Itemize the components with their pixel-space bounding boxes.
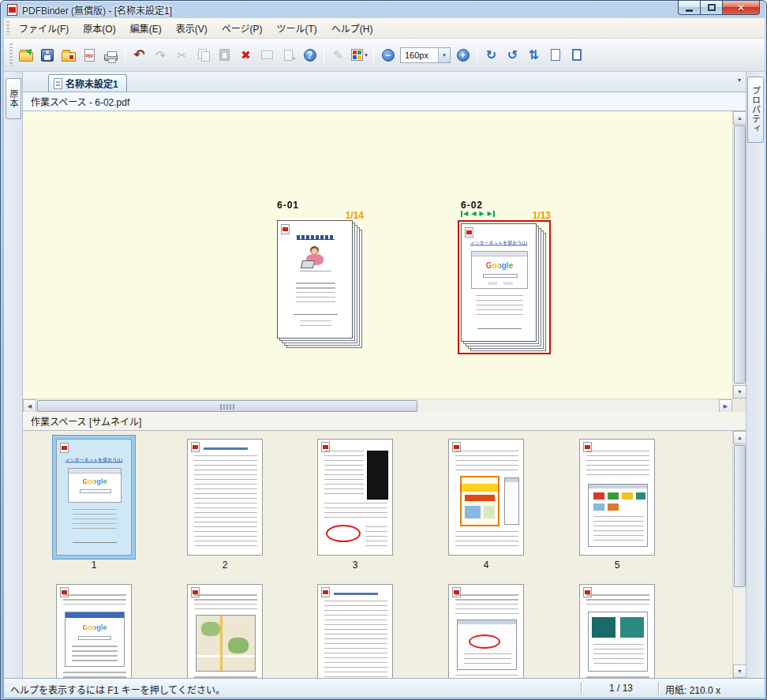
paste-button[interactable] [214,44,235,66]
thumbnails-vscrollbar[interactable] [732,431,746,678]
help-button[interactable] [299,44,320,66]
vscrollbar-thumb[interactable] [734,125,746,384]
chevron-down-icon [443,52,446,58]
menu-help[interactable]: ヘルプ(H) [324,18,380,38]
maximize-button[interactable] [701,1,723,15]
sketch [194,594,257,612]
redo-button[interactable] [150,44,171,66]
hscrollbar-thumb[interactable] [37,400,417,412]
minimize-button[interactable] [678,1,701,15]
scroll-right-button[interactable] [719,399,732,413]
scroll-down-button[interactable] [733,664,746,678]
sketch [296,283,335,306]
thumbnail-page-7[interactable] [187,584,263,678]
sketch [465,495,495,501]
last-page-button[interactable] [487,211,494,217]
color-grid-button[interactable] [349,44,370,66]
document-tab[interactable]: 名称未設定1 [48,74,127,92]
thumbnail-page-3[interactable] [317,439,393,556]
scroll-left-button[interactable] [23,399,36,413]
scroll-down-button[interactable] [733,385,746,399]
sketch [464,653,511,666]
save-button[interactable] [36,44,58,66]
thumbnail-page-10[interactable] [579,584,655,678]
stack-cover-page[interactable] [277,220,353,339]
split-view-button[interactable] [256,44,278,66]
open-button[interactable] [15,44,36,66]
pdf-stack-6-02[interactable]: 6-02 1/13 [461,200,552,365]
arrow-down-icon [737,389,743,395]
cut-button[interactable] [171,44,193,66]
sketch [69,469,121,474]
menu-view[interactable]: 表示(V) [169,18,215,38]
google-screenshot: Google [471,251,528,289]
maximize-icon [708,4,716,11]
menu-edit[interactable]: 編集(E) [123,18,169,38]
copy-icon [198,49,209,61]
print-button[interactable] [100,44,122,66]
scroll-up-button[interactable] [733,111,746,125]
thumbnail-page-4[interactable] [448,439,524,556]
rotate-right-button[interactable] [481,44,502,66]
thumbnail-page-2[interactable] [187,439,263,556]
thumbnails-header-text: 作業スペース [サムネイル] [31,414,141,428]
first-page-button[interactable] [461,211,468,217]
next-page-button[interactable] [479,211,484,217]
sidebar-tab-original[interactable]: 原本 [6,78,21,119]
vscrollbar-thumb[interactable] [734,445,746,587]
workspace-hscrollbar[interactable] [23,399,732,412]
pencil-icon [333,49,343,61]
menubar-grip[interactable] [6,21,9,36]
fit-page-button[interactable] [544,44,566,66]
arrow-up-icon [737,435,743,440]
toolbar-grip[interactable] [9,43,13,66]
menu-tools[interactable]: ツール(T) [269,18,324,38]
screenshot-sketch [588,484,648,547]
thumbnail-page-1[interactable]: インターネットを使おう(1) Google [56,439,132,556]
delete-button[interactable] [235,44,256,66]
thumbnails-area[interactable]: インターネットを使おう(1) Google 1 [23,431,746,678]
workspace-vscrollbar[interactable] [732,111,746,399]
delete-x-icon [241,49,251,61]
pencil-button[interactable] [327,44,349,66]
extract-page-button[interactable] [278,44,299,66]
zoom-level-combobox[interactable]: 160px [400,47,451,63]
zoom-in-button[interactable] [452,44,473,66]
fit-width-button[interactable] [566,44,587,66]
menu-original[interactable]: 原本(O) [76,18,122,38]
minimize-icon [686,9,693,12]
thumbnail-page-9[interactable] [448,584,524,678]
sketch [455,531,518,548]
zoom-out-button[interactable] [377,44,398,66]
workspace-canvas[interactable]: 6-01 1/14 [23,111,732,399]
stack-nav [461,211,495,217]
thumbnail-page-8[interactable] [317,584,393,678]
prev-page-button[interactable] [471,211,476,217]
close-button[interactable]: ✕ [723,1,760,15]
rotate-180-button[interactable] [523,44,544,66]
folder-add-icon [62,52,76,62]
undo-button[interactable] [129,44,150,66]
pdf-stack-6-01[interactable]: 6-01 1/14 [277,200,365,357]
sketch [78,636,111,640]
copy-button[interactable] [193,44,214,66]
stack-page-indicator: 1/13 [533,210,551,221]
stack-cover-page[interactable]: インターネットを使おう(1) Google [461,223,537,342]
add-pdf-button[interactable] [58,44,79,66]
minus-glyph [385,51,391,60]
rotate-left-button[interactable] [502,44,523,66]
title-bar[interactable]: PDFBinder (無償版) - [名称未設定1] ✕ [1,1,766,18]
thumbnail-page-5[interactable] [579,439,655,556]
menu-page[interactable]: ページ(P) [215,18,270,38]
tab-list-dropdown-button[interactable] [738,77,741,84]
sidebar-tab-properties[interactable]: プロパティ [747,77,764,143]
sketch [80,489,111,493]
sketch [586,594,649,608]
thumbnail-page-6[interactable]: Google [56,584,132,678]
pdf-mini-icon [321,587,330,597]
floppy-icon [41,49,54,62]
zoom-dropdown-button[interactable] [438,48,450,62]
export-pdf-button[interactable] [79,44,100,66]
menu-file[interactable]: ファイル(F) [12,18,76,38]
scroll-up-button[interactable] [733,431,746,444]
